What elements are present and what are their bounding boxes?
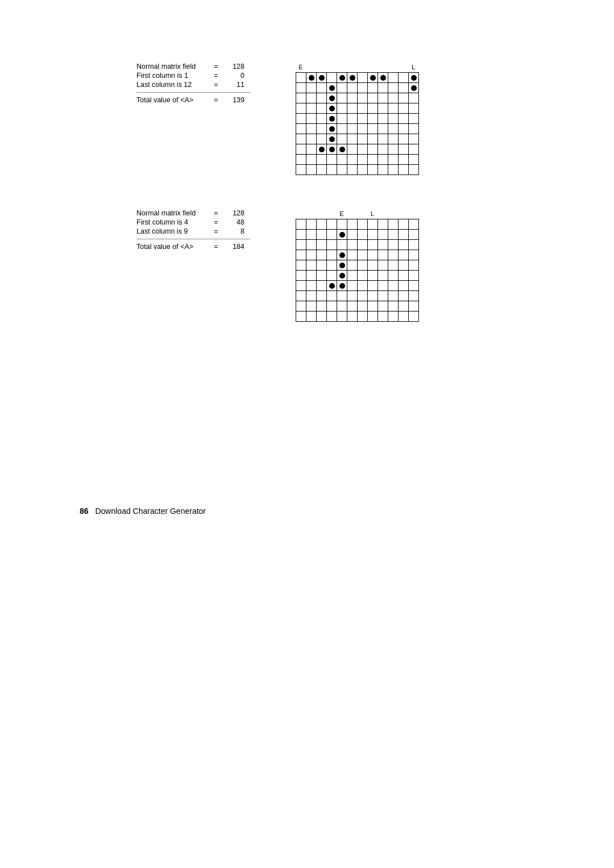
matrix1-row-0 bbox=[296, 73, 419, 83]
matrix1-header-space2 bbox=[316, 63, 326, 72]
matrix2-cell-9-7 bbox=[368, 312, 378, 322]
matrix2-cell-1-8 bbox=[378, 230, 388, 240]
matrix2-header-space9 bbox=[388, 209, 398, 218]
matrix1-cell-3-7 bbox=[368, 103, 378, 114]
matrix2-cell-0-5 bbox=[347, 219, 358, 230]
matrix2-cell-3-7 bbox=[368, 250, 378, 260]
matrix1-cell-8-0 bbox=[296, 155, 306, 165]
matrix2-cell-7-5 bbox=[347, 291, 358, 301]
matrix1-cell-5-10 bbox=[399, 124, 409, 134]
matrix2-cell-8-11 bbox=[409, 301, 419, 312]
matrix1-cell-8-6 bbox=[358, 155, 368, 165]
matrix2-row-9 bbox=[296, 312, 419, 322]
matrix2-cell-4-8 bbox=[378, 260, 388, 271]
total-label-2: Total value of <A> bbox=[136, 243, 210, 251]
matrix1-cell-4-10 bbox=[399, 114, 409, 124]
matrix1-cell-1-2 bbox=[317, 83, 327, 93]
matrix1-cell-1-11 bbox=[409, 83, 419, 93]
matrix1-header-E: E bbox=[296, 63, 306, 72]
matrix2-row-7 bbox=[296, 291, 419, 301]
matrix1-header-space8 bbox=[377, 63, 388, 72]
matrix1-cell-8-8 bbox=[378, 155, 388, 165]
matrix1-cell-9-5 bbox=[347, 165, 358, 175]
matrix1-cell-6-4 bbox=[337, 134, 347, 144]
matrix2-header-space5 bbox=[347, 209, 357, 218]
matrix1-row-4 bbox=[296, 114, 419, 124]
matrix2-cell-7-3 bbox=[327, 291, 337, 301]
matrix2-cell-0-6 bbox=[358, 219, 368, 230]
dot bbox=[339, 252, 345, 258]
footer: 86 Download Character Generator bbox=[80, 506, 206, 516]
matrix1-cell-0-1 bbox=[306, 73, 317, 83]
matrix2-cell-8-8 bbox=[378, 301, 388, 312]
eq2-3: = bbox=[210, 227, 222, 235]
matrix2-cell-2-1 bbox=[306, 240, 317, 250]
matrix2-cell-2-7 bbox=[368, 240, 378, 250]
matrix1-cell-2-7 bbox=[368, 93, 378, 103]
matrix2-row-8 bbox=[296, 301, 419, 312]
matrix1-cell-5-1 bbox=[306, 124, 317, 134]
matrix1-cell-4-7 bbox=[368, 114, 378, 124]
matrix1-cell-0-3 bbox=[327, 73, 337, 83]
matrix2-cell-6-11 bbox=[409, 281, 419, 291]
matrix1-cell-1-6 bbox=[358, 83, 368, 93]
dot bbox=[329, 283, 335, 289]
matrix2-cell-9-2 bbox=[317, 312, 327, 322]
matrix2-cell-8-4 bbox=[337, 301, 347, 312]
matrix2-cell-5-10 bbox=[399, 271, 409, 281]
matrix2-cell-6-6 bbox=[358, 281, 368, 291]
matrix2-cell-1-2 bbox=[317, 230, 327, 240]
total-row-2: Total value of <A> = 184 bbox=[136, 243, 250, 251]
matrix1-cell-1-4 bbox=[337, 83, 347, 93]
matrix2-cell-8-1 bbox=[306, 301, 317, 312]
footer-number: 86 bbox=[80, 506, 89, 516]
matrix1-row-2 bbox=[296, 93, 419, 103]
val1: 128 bbox=[222, 63, 244, 70]
page: Normal matrix field = 128 First column i… bbox=[0, 0, 614, 868]
label2-normal-matrix: Normal matrix field bbox=[136, 209, 210, 217]
matrix2-cell-6-0 bbox=[296, 281, 306, 291]
matrix1-cell-7-5 bbox=[347, 144, 358, 155]
matrix1-cell-8-11 bbox=[409, 155, 419, 165]
matrix2-cell-2-11 bbox=[409, 240, 419, 250]
matrix2-cell-4-11 bbox=[409, 260, 419, 271]
eq2-2: = bbox=[210, 218, 222, 226]
matrix2-cell-0-10 bbox=[399, 219, 409, 230]
matrix1-row-6 bbox=[296, 134, 419, 144]
matrix1-cell-9-11 bbox=[409, 165, 419, 175]
matrix2-cell-6-3 bbox=[327, 281, 337, 291]
matrix2-cell-2-2 bbox=[317, 240, 327, 250]
matrix1-cell-5-7 bbox=[368, 124, 378, 134]
footer-text: Download Character Generator bbox=[95, 506, 206, 516]
matrix1-header: E L bbox=[296, 63, 419, 72]
matrix2-cell-4-0 bbox=[296, 260, 306, 271]
matrix2-header: E L bbox=[296, 209, 419, 218]
matrix2-cell-1-7 bbox=[368, 230, 378, 240]
matrix1-cell-1-10 bbox=[399, 83, 409, 93]
matrix2-cell-0-3 bbox=[327, 219, 337, 230]
matrix1-row-8 bbox=[296, 155, 419, 165]
dot bbox=[329, 126, 335, 132]
matrix2-cell-9-10 bbox=[399, 312, 409, 322]
matrix2-cell-0-9 bbox=[388, 219, 399, 230]
divider-1 bbox=[136, 92, 250, 93]
matrix1-cell-8-2 bbox=[317, 155, 327, 165]
label2-first-col: First column is 4 bbox=[136, 218, 210, 226]
info-block-1: Normal matrix field = 128 First column i… bbox=[136, 63, 250, 104]
matrix2-cell-3-4 bbox=[337, 250, 347, 260]
dot bbox=[411, 75, 417, 81]
matrix1-grid bbox=[296, 72, 419, 175]
matrix2-cell-6-5 bbox=[347, 281, 358, 291]
matrix1-cell-5-6 bbox=[358, 124, 368, 134]
matrix1-header-space5 bbox=[347, 63, 357, 72]
matrix2-cell-8-10 bbox=[399, 301, 409, 312]
matrix1-cell-9-1 bbox=[306, 165, 317, 175]
matrix2-cell-7-10 bbox=[399, 291, 409, 301]
matrix2-row-4 bbox=[296, 260, 419, 271]
matrix1-cell-9-8 bbox=[378, 165, 388, 175]
matrix2-cell-6-8 bbox=[378, 281, 388, 291]
matrix1-cell-6-8 bbox=[378, 134, 388, 144]
matrix1-header-space4 bbox=[337, 63, 347, 72]
matrix1-row-3 bbox=[296, 103, 419, 114]
matrix1-cell-6-1 bbox=[306, 134, 317, 144]
